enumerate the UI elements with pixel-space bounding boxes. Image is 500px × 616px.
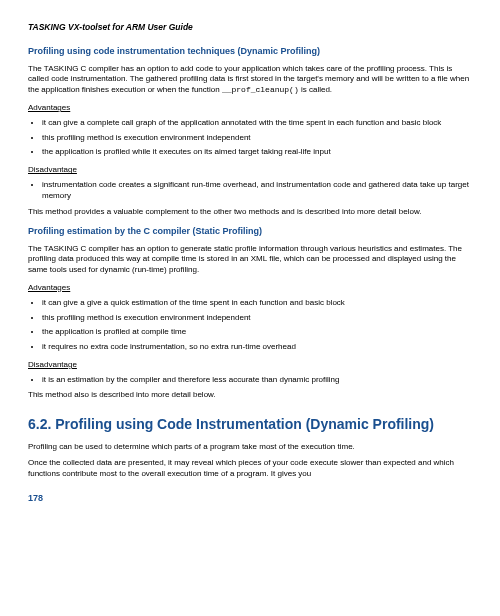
disadvantage-list: it is an estimation by the compiler and … bbox=[42, 375, 472, 386]
list-item: it requires no extra code instrumentatio… bbox=[42, 342, 472, 353]
paragraph: Once the collected data are presented, i… bbox=[28, 458, 472, 480]
subheading-advantages: Advantages bbox=[28, 103, 472, 114]
heading-dynamic-profiling: Profiling using code instrumentation tec… bbox=[28, 45, 472, 57]
list-item: this profiling method is execution envir… bbox=[42, 133, 472, 144]
heading-static-profiling: Profiling estimation by the C compiler (… bbox=[28, 225, 472, 237]
paragraph: Profiling can be used to determine which… bbox=[28, 442, 472, 453]
paragraph: This method provides a valuable compleme… bbox=[28, 207, 472, 218]
paragraph: The TASKING C compiler has an option to … bbox=[28, 244, 472, 276]
page-number: 178 bbox=[28, 492, 472, 504]
heading-section-6-2: 6.2. Profiling using Code Instrumentatio… bbox=[28, 415, 472, 434]
list-item: it can give a complete call graph of the… bbox=[42, 118, 472, 129]
advantages-list: it can give a complete call graph of the… bbox=[42, 118, 472, 158]
advantages-list: it can give a give a quick estimation of… bbox=[42, 298, 472, 353]
code-inline: __prof_cleanup() bbox=[222, 85, 299, 94]
subheading-disadvantage: Disadvantage bbox=[28, 165, 472, 176]
list-item: it is an estimation by the compiler and … bbox=[42, 375, 472, 386]
doc-title: TASKING VX-toolset for ARM User Guide bbox=[28, 22, 472, 33]
list-item: instrumentation code creates a significa… bbox=[42, 180, 472, 202]
list-item: the application is profiled while it exe… bbox=[42, 147, 472, 158]
paragraph: The TASKING C compiler has an option to … bbox=[28, 64, 472, 96]
list-item: this profiling method is execution envir… bbox=[42, 313, 472, 324]
list-item: it can give a give a quick estimation of… bbox=[42, 298, 472, 309]
list-item: the application is profiled at compile t… bbox=[42, 327, 472, 338]
subheading-disadvantage: Disadvantage bbox=[28, 360, 472, 371]
text: is called. bbox=[299, 85, 332, 94]
paragraph: This method also is described into more … bbox=[28, 390, 472, 401]
disadvantage-list: instrumentation code creates a significa… bbox=[42, 180, 472, 202]
subheading-advantages: Advantages bbox=[28, 283, 472, 294]
